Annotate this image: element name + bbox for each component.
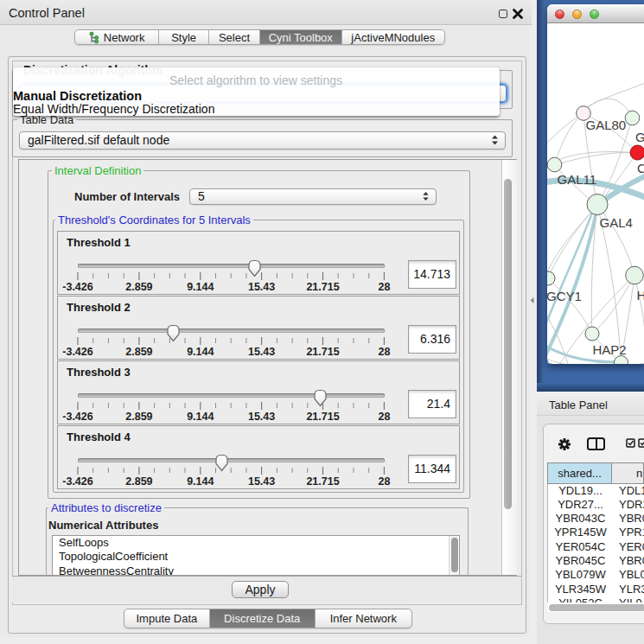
svg-text:GCY1: GCY1 [547, 288, 582, 303]
svg-text:GAL80: GAL80 [585, 117, 626, 131]
svg-text:GA: GA [635, 129, 644, 143]
svg-text:GAL4: GAL4 [599, 214, 632, 229]
svg-text:HI: HI [636, 287, 644, 302]
svg-text:C: C [637, 160, 644, 175]
svg-text:GAL11: GAL11 [557, 171, 596, 186]
svg-text:HAP2: HAP2 [592, 341, 626, 356]
